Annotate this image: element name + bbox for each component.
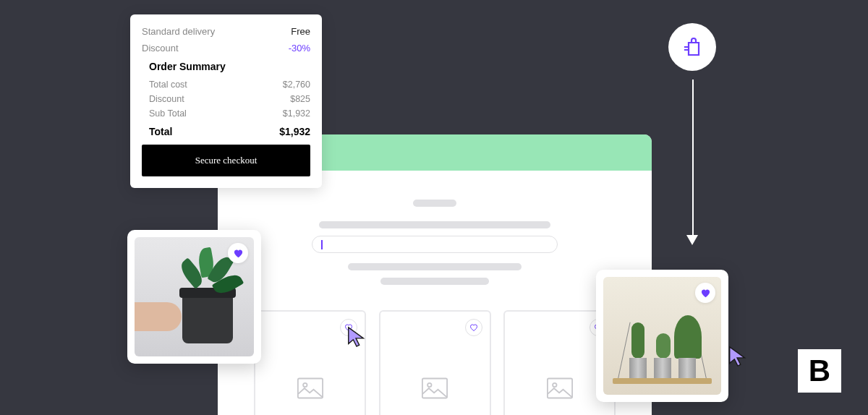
favorite-button[interactable] (465, 319, 482, 336)
placeholder-line (319, 221, 550, 228)
svg-point-3 (427, 383, 431, 387)
svg-point-1 (303, 383, 307, 387)
image-placeholder-icon (422, 377, 448, 402)
discount-value: -30% (289, 43, 310, 54)
shopping-bag-badge[interactable] (668, 23, 716, 71)
total-value: $1,932 (279, 126, 310, 137)
row-label: Total cost (149, 80, 187, 90)
placeholder-line (348, 263, 522, 270)
product-photo-card[interactable] (596, 270, 728, 402)
placeholder-line (380, 278, 489, 285)
checkout-button[interactable]: Secure checkout (142, 145, 310, 176)
product-grid (247, 310, 623, 415)
product-card-skeleton[interactable] (379, 310, 491, 415)
svg-rect-4 (547, 378, 571, 398)
summary-row: Total cost $2,760 (149, 80, 310, 90)
row-value: $825 (290, 94, 310, 104)
app-body (218, 171, 652, 415)
discount-label: Discount (142, 43, 179, 54)
summary-row: Discount $825 (149, 94, 310, 104)
search-input-mock[interactable] (312, 236, 558, 253)
row-value: $2,760 (283, 80, 310, 90)
cursor-pointer-icon (346, 326, 367, 348)
heart-icon (700, 288, 711, 299)
shopping-bag-icon (681, 35, 704, 59)
heart-icon (469, 323, 478, 332)
delivery-label: Standard delivery (142, 26, 215, 37)
row-label: Sub Total (149, 108, 187, 119)
cursor-pointer-icon (727, 346, 749, 367)
favorite-button[interactable] (695, 283, 715, 303)
text-cursor (321, 240, 323, 249)
svg-rect-0 (297, 378, 322, 398)
brand-logo: B (798, 349, 841, 393)
svg-rect-2 (422, 378, 447, 398)
flow-arrow-down-icon (692, 80, 694, 246)
image-placeholder-icon (547, 377, 573, 402)
row-label: Discount (149, 94, 184, 104)
delivery-value: Free (291, 26, 310, 37)
delivery-row: Standard delivery Free (142, 26, 310, 37)
order-summary-card: Standard delivery Free Discount -30% Ord… (130, 14, 322, 188)
row-value: $1,932 (283, 108, 310, 119)
order-summary-rows: Total cost $2,760 Discount $825 Sub Tota… (142, 80, 310, 119)
favorite-button[interactable] (228, 243, 248, 263)
svg-point-5 (553, 383, 556, 387)
product-photo-card[interactable] (127, 230, 261, 364)
order-summary-title: Order Summary (149, 61, 310, 72)
order-total-row: Total $1,932 (142, 126, 310, 137)
heart-icon (233, 248, 244, 259)
total-label: Total (149, 126, 172, 137)
discount-row: Discount -30% (142, 43, 310, 54)
summary-row: Sub Total $1,932 (149, 108, 310, 119)
placeholder-line (413, 200, 456, 207)
logo-letter: B (809, 354, 830, 388)
image-placeholder-icon (297, 377, 323, 402)
